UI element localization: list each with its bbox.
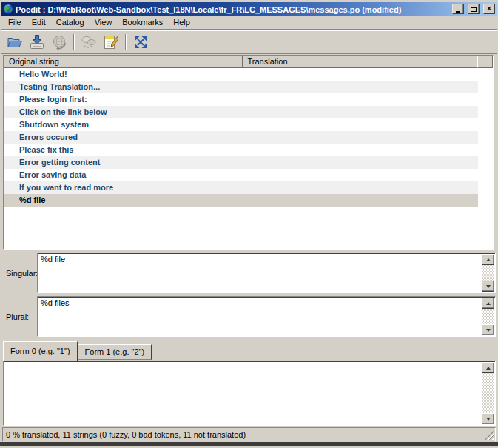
translation-input[interactable] bbox=[4, 362, 481, 424]
arrow-up-icon bbox=[486, 302, 491, 305]
arrow-down-icon bbox=[486, 285, 491, 288]
update-catalog-icon bbox=[50, 33, 68, 51]
singular-textbox: %d file bbox=[37, 253, 496, 293]
original-string-cell: Shutdown system bbox=[19, 120, 89, 129]
open-catalog-icon bbox=[6, 33, 24, 51]
table-row[interactable]: Click on the link below bbox=[4, 106, 478, 118]
maximize-icon bbox=[471, 7, 477, 12]
status-text: 0 % translated, 11 strings (0 fuzzy, 0 b… bbox=[6, 430, 246, 439]
scrollbar-up-button[interactable] bbox=[482, 362, 494, 373]
minimize-button[interactable] bbox=[452, 4, 464, 14]
table-row[interactable]: Error saving data bbox=[4, 169, 478, 181]
original-string-cell: Error getting content bbox=[19, 158, 100, 167]
table-row[interactable]: Please login first: bbox=[4, 93, 478, 106]
arrow-down-icon bbox=[486, 418, 491, 421]
toolbar bbox=[1, 31, 497, 54]
menu-item-edit[interactable]: Edit bbox=[27, 16, 51, 28]
menu-item-file[interactable]: File bbox=[3, 16, 27, 28]
scrollbar-track[interactable] bbox=[482, 362, 494, 424]
window-title: Poedit : D:\WebRoot\Web-Sandbox\Test_I18… bbox=[16, 4, 448, 14]
save-catalog-icon bbox=[28, 33, 46, 51]
minimize-icon bbox=[456, 11, 460, 13]
table-row[interactable]: Please fix this bbox=[4, 144, 478, 156]
column-header-filler bbox=[477, 56, 493, 68]
poedit-app-icon bbox=[3, 4, 13, 14]
original-string-cell: %d file bbox=[19, 195, 45, 204]
translation-textbox bbox=[3, 361, 496, 426]
scrollbar-down-button[interactable] bbox=[482, 281, 494, 292]
fuzzy-toggle-icon bbox=[80, 33, 98, 51]
catalog-list: Original string Translation Hello World!… bbox=[3, 55, 494, 250]
table-body: Hello World!Testing Translation...Please… bbox=[4, 68, 493, 207]
scrollbar-track[interactable] bbox=[482, 254, 494, 292]
original-string-cell: Click on the link below bbox=[19, 107, 107, 116]
close-icon: × bbox=[487, 5, 491, 13]
column-header-original[interactable]: Original string bbox=[4, 56, 243, 68]
scrollbar-track[interactable] bbox=[482, 265, 494, 281]
table-row[interactable]: Shutdown system bbox=[4, 118, 478, 131]
table-row[interactable]: Error getting content bbox=[4, 156, 478, 169]
table-row[interactable]: Errors occured bbox=[4, 131, 478, 144]
singular-source-text[interactable]: %d file bbox=[38, 254, 481, 292]
plural-label: Plural: bbox=[3, 296, 37, 337]
tab-form-0[interactable]: Form 0 (e.g. "1") bbox=[3, 341, 78, 361]
table-row[interactable]: If you want to read more bbox=[4, 181, 478, 194]
fullscreen-button[interactable] bbox=[130, 33, 151, 52]
original-string-cell: Please fix this bbox=[19, 145, 73, 154]
maximize-button[interactable] bbox=[468, 4, 480, 14]
scrollbar-track[interactable] bbox=[482, 298, 494, 335]
original-string-cell: Error saving data bbox=[19, 170, 86, 179]
scrollbar-track[interactable] bbox=[482, 309, 494, 324]
menu-item-catalog[interactable]: Catalog bbox=[51, 16, 90, 28]
plural-source-text[interactable]: %d files bbox=[38, 298, 481, 335]
arrow-down-icon bbox=[486, 329, 491, 332]
resize-grip-icon[interactable] bbox=[485, 430, 494, 440]
window-bottom-edge bbox=[0, 442, 498, 446]
comment-button[interactable] bbox=[101, 33, 121, 52]
fuzzy-toggle-button[interactable] bbox=[78, 33, 99, 52]
editor-panel: Singular: %d file Plural: %d files bbox=[1, 250, 497, 426]
singular-label: Singular: bbox=[3, 253, 37, 293]
plural-textbox: %d files bbox=[37, 296, 496, 337]
save-catalog-button[interactable] bbox=[27, 33, 47, 52]
tab-form-1[interactable]: Form 1 (e.g. "2") bbox=[78, 344, 152, 360]
plural-form-tabs: Form 0 (e.g. "1")Form 1 (e.g. "2") bbox=[1, 340, 497, 361]
title-bar[interactable]: Poedit : D:\WebRoot\Web-Sandbox\Test_I18… bbox=[1, 2, 497, 16]
update-catalog-button[interactable] bbox=[49, 33, 70, 52]
scrollbar-down-button[interactable] bbox=[482, 324, 494, 335]
table-row[interactable]: Testing Translation... bbox=[4, 81, 478, 93]
fullscreen-icon bbox=[132, 33, 149, 51]
scrollbar-down-button[interactable] bbox=[482, 413, 494, 424]
original-string-cell: If you want to read more bbox=[19, 183, 113, 192]
toolbar-separator bbox=[125, 34, 127, 50]
status-bar: 0 % translated, 11 strings (0 fuzzy, 0 b… bbox=[2, 427, 496, 441]
scrollbar-up-button[interactable] bbox=[482, 298, 494, 309]
menu-bar: FileEditCatalogViewBookmarksHelp bbox=[1, 16, 497, 29]
plural-row: Plural: %d files bbox=[3, 296, 496, 337]
original-string-cell: Errors occured bbox=[19, 133, 78, 141]
menu-item-help[interactable]: Help bbox=[168, 16, 195, 28]
arrow-up-icon bbox=[486, 367, 491, 370]
open-catalog-button[interactable] bbox=[4, 33, 25, 52]
original-string-cell: Please login first: bbox=[19, 95, 87, 104]
menu-item-view[interactable]: View bbox=[90, 16, 118, 28]
original-string-cell: Hello World! bbox=[19, 70, 67, 78]
close-button[interactable]: × bbox=[483, 4, 495, 14]
comment-icon bbox=[102, 33, 120, 51]
scrollbar-track[interactable] bbox=[482, 373, 494, 413]
list-header: Original string Translation bbox=[4, 56, 493, 68]
original-string-cell: Testing Translation... bbox=[19, 82, 100, 91]
singular-row: Singular: %d file bbox=[3, 253, 496, 293]
poedit-window: Poedit : D:\WebRoot\Web-Sandbox\Test_I18… bbox=[0, 0, 498, 448]
table-row[interactable]: Hello World! bbox=[4, 68, 478, 81]
column-header-translation[interactable]: Translation bbox=[243, 56, 478, 68]
scrollbar-up-button[interactable] bbox=[482, 254, 494, 265]
table-row[interactable]: %d file bbox=[4, 194, 478, 207]
arrow-up-icon bbox=[486, 258, 491, 261]
toolbar-separator bbox=[73, 34, 75, 50]
menu-item-bookmarks[interactable]: Bookmarks bbox=[117, 16, 168, 28]
